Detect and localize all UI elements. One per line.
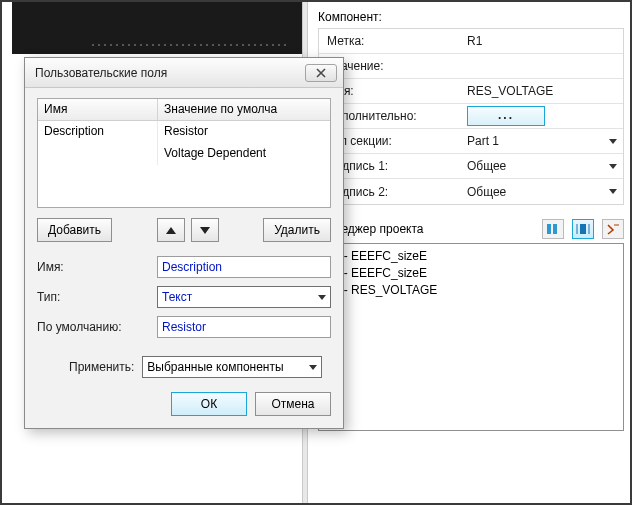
prop-caption2-label: Надпись 2: <box>327 185 467 199</box>
user-fields-dialog: Пользовательские поля Имя Значение по ум… <box>24 57 344 429</box>
list-item[interactable]: C2 - EEEFC_sizeE <box>325 265 617 282</box>
grid-cell-name: Description <box>38 121 158 143</box>
extra-ellipsis-button[interactable]: ... <box>467 106 545 126</box>
delete-button[interactable]: Удалить <box>263 218 331 242</box>
field-name-input[interactable] <box>157 256 331 278</box>
list-item[interactable]: C1 - EEEFC_sizeE <box>325 248 617 265</box>
list-item[interactable]: R1 - RES_VOLTAGE <box>325 282 617 299</box>
grid-cell-default: Voltage Dependent <box>158 143 330 165</box>
add-button[interactable]: Добавить <box>37 218 112 242</box>
component-header: Компонент: <box>318 10 624 24</box>
prop-caption2-value[interactable]: Общее <box>467 185 623 199</box>
field-type-combo[interactable]: Текст <box>157 286 331 308</box>
svg-rect-2 <box>580 224 586 234</box>
prop-label-value[interactable]: R1 <box>467 34 623 48</box>
manager-view1-button[interactable] <box>542 219 564 239</box>
fields-grid[interactable]: Имя Значение по умолча Description Resis… <box>37 98 331 208</box>
prop-extra-label: Дополнительно: <box>327 109 467 123</box>
project-manager-list[interactable]: C1 - EEEFC_sizeE C2 - EEEFC_sizeE R1 - R… <box>318 243 624 431</box>
prop-extra-value: ... <box>467 106 623 126</box>
triangle-down-icon <box>200 227 210 234</box>
move-up-button[interactable] <box>157 218 185 242</box>
svg-rect-0 <box>547 224 551 234</box>
chevron-down-icon <box>318 295 326 300</box>
grid-cell-name <box>38 143 158 165</box>
grid-dots <box>90 42 290 50</box>
field-default-input[interactable] <box>157 316 331 338</box>
prop-name-label: Имя: <box>327 84 467 98</box>
close-icon <box>315 68 327 78</box>
dialog-titlebar[interactable]: Пользовательские поля <box>25 58 343 88</box>
prop-section-label: Тип секции: <box>327 134 467 148</box>
chevron-down-icon <box>609 139 617 144</box>
grid-header-name[interactable]: Имя <box>38 99 158 120</box>
close-button[interactable] <box>305 64 337 82</box>
grid-header-default[interactable]: Значение по умолча <box>158 99 330 120</box>
apply-combo[interactable]: Выбранные компоненты <box>142 356 322 378</box>
ok-button[interactable]: ОК <box>171 392 247 416</box>
dialog-title: Пользовательские поля <box>35 66 167 80</box>
prop-section-text: Part 1 <box>467 134 499 148</box>
prop-value-label: Значение: <box>327 59 467 73</box>
table-row[interactable]: Description Resistor <box>38 121 330 143</box>
component-properties: Метка: R1 Значение: Имя: RES_VOLTAGE Доп… <box>318 28 624 205</box>
prop-caption1-label: Надпись 1: <box>327 159 467 173</box>
field-type-label: Тип: <box>37 290 157 304</box>
field-default-label: По умолчанию: <box>37 320 157 334</box>
svg-rect-1 <box>553 224 557 234</box>
chevron-down-icon <box>309 365 317 370</box>
triangle-up-icon <box>166 227 176 234</box>
prop-label-label: Метка: <box>327 34 467 48</box>
prop-caption2-text: Общее <box>467 185 506 199</box>
cancel-button[interactable]: Отмена <box>255 392 331 416</box>
chevron-down-icon <box>609 189 617 194</box>
field-type-value: Текст <box>162 290 192 304</box>
manager-view3-button[interactable] <box>602 219 624 239</box>
prop-name-value[interactable]: RES_VOLTAGE <box>467 84 623 98</box>
move-down-button[interactable] <box>191 218 219 242</box>
schematic-canvas[interactable] <box>12 2 302 54</box>
prop-section-value[interactable]: Part 1 <box>467 134 623 148</box>
manager-view2-button[interactable] <box>572 219 594 239</box>
field-name-label: Имя: <box>37 260 157 274</box>
chevron-down-icon <box>609 164 617 169</box>
grid-cell-default: Resistor <box>158 121 330 143</box>
apply-label: Применить: <box>69 360 134 374</box>
apply-value: Выбранные компоненты <box>147 360 283 374</box>
table-row[interactable]: Voltage Dependent <box>38 143 330 165</box>
prop-caption1-text: Общее <box>467 159 506 173</box>
prop-caption1-value[interactable]: Общее <box>467 159 623 173</box>
